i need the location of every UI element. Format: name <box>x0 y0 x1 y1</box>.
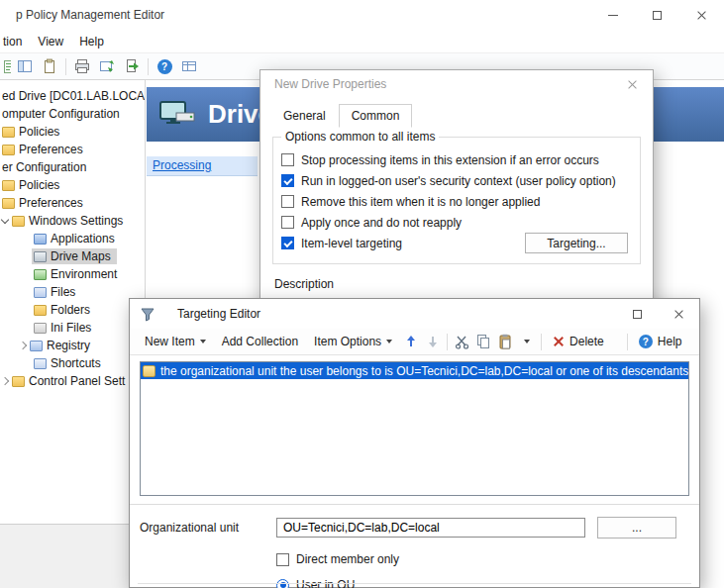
targeting-close-button[interactable] <box>658 299 699 329</box>
checkbox-item-level-targeting[interactable] <box>281 237 294 249</box>
add-collection-button[interactable]: Add Collection <box>215 332 305 351</box>
checkbox-run-in-user-context[interactable] <box>281 174 294 187</box>
direct-member-checkbox[interactable] <box>276 553 289 566</box>
sidebar-item-ini-files[interactable]: Ini Files <box>0 319 145 337</box>
toolbar-separator <box>541 334 542 350</box>
sidebar-horizontal-scrollbar[interactable] <box>0 524 145 588</box>
arrow-up-icon <box>405 336 417 347</box>
option-label: Run in logged-on user's security context… <box>301 174 616 188</box>
tree-item-label: Files <box>51 285 75 299</box>
targeting-window-controls <box>616 299 699 329</box>
sidebar-item-policies-computer[interactable]: Policies <box>0 123 145 141</box>
tree-item-label: Folders <box>51 303 90 317</box>
menu-help[interactable]: Help <box>71 32 112 51</box>
tree-item-label: Policies <box>19 125 59 139</box>
copy-button[interactable] <box>473 332 493 351</box>
new-item-label: New Item <box>145 335 195 348</box>
menu-view[interactable]: View <box>30 32 71 51</box>
targeting-item-text: the organizational unit the user belongs… <box>160 364 688 378</box>
maximize-button[interactable] <box>635 0 679 30</box>
sidebar-item-registry[interactable]: Registry <box>0 337 145 354</box>
minimize-button[interactable] <box>590 0 635 30</box>
sidebar-item-user-configuration[interactable]: er Configuration <box>0 158 145 176</box>
table-view-icon[interactable] <box>178 55 200 77</box>
files-icon <box>34 287 47 298</box>
chevron-down-icon <box>524 340 530 343</box>
console-tree-toggle-icon[interactable] <box>14 55 36 77</box>
checkbox-remove-when-not-applied[interactable] <box>281 195 294 208</box>
sidebar-item-windows-settings[interactable]: Windows Settings <box>0 212 145 230</box>
browse-button[interactable]: ... <box>597 517 676 539</box>
drive-dialog-titlebar[interactable]: New Drive Properties <box>260 70 653 98</box>
folders-icon <box>34 305 47 316</box>
menu-bar: tion View Help <box>0 30 724 52</box>
sidebar-item-applications[interactable]: Applications <box>0 230 145 247</box>
checkbox-stop-processing[interactable] <box>281 153 294 166</box>
sidebar-item-preferences-user[interactable]: Preferences <box>0 194 145 212</box>
sidebar-item-folders[interactable]: Folders <box>0 301 145 319</box>
folder-icon <box>2 180 15 191</box>
folder-icon <box>2 198 15 209</box>
sidebar-item-control-panel-settings[interactable]: Control Panel Sett <box>0 372 145 390</box>
help-button[interactable]: ? Help <box>632 332 689 351</box>
export-list-icon[interactable] <box>0 55 11 77</box>
sidebar-item-policies-user[interactable]: Policies <box>0 176 145 194</box>
maximize-icon <box>653 11 662 20</box>
close-icon <box>673 309 684 320</box>
chevron-down-icon <box>386 340 392 343</box>
tab-common[interactable]: Common <box>339 104 413 128</box>
clipboard-icon[interactable] <box>39 55 60 77</box>
targeting-button[interactable]: Targeting... <box>525 233 628 253</box>
tree-item-label: Ini Files <box>51 321 91 335</box>
main-window-titlebar[interactable]: p Policy Management Editor <box>0 0 724 30</box>
sidebar-item-files[interactable]: Files <box>0 283 145 301</box>
move-down-button[interactable] <box>423 332 443 351</box>
minimize-icon <box>608 15 618 16</box>
folder-icon <box>12 376 25 387</box>
targeting-item-properties-panel: Organizational unit ... Direct member on… <box>130 504 699 588</box>
tree-item-label: Applications <box>51 232 115 245</box>
folder-icon <box>2 127 15 138</box>
paste-options-button[interactable] <box>517 332 537 351</box>
delete-button[interactable]: Delete <box>546 332 611 351</box>
targeting-toolbar: New Item Add Collection Item Options <box>130 329 699 355</box>
cut-button[interactable] <box>452 332 471 351</box>
tree-item-label: Preferences <box>19 196 83 210</box>
sidebar-item-drive-maps[interactable]: Drive Maps <box>0 247 145 265</box>
organizational-unit-item-icon <box>143 365 155 377</box>
targeting-items-list[interactable]: the organizational unit the user belongs… <box>140 361 689 496</box>
help-icon[interactable]: ? <box>154 55 175 77</box>
help-badge: ? <box>157 59 172 74</box>
refresh-icon[interactable] <box>96 55 118 77</box>
sidebar-item-mapped-drive[interactable]: ed Drive [DC01.LAB.LOCA <box>0 87 145 105</box>
chevron-right-icon[interactable] <box>19 342 27 349</box>
item-options-button[interactable]: Item Options <box>307 332 399 351</box>
chevron-right-icon[interactable] <box>1 377 9 385</box>
add-collection-label: Add Collection <box>222 335 298 348</box>
printer-icon[interactable] <box>71 55 93 77</box>
processing-link[interactable]: Processing <box>147 156 258 176</box>
paste-button[interactable] <box>495 332 515 351</box>
sidebar-item-computer-configuration[interactable]: omputer Configuration <box>0 105 145 123</box>
menu-action[interactable]: tion <box>0 32 30 51</box>
tree-item-label: Preferences <box>19 143 83 156</box>
drive-maps-banner-icon <box>158 101 196 129</box>
organizational-unit-row: Organizational unit ... <box>140 517 689 539</box>
close-button[interactable] <box>679 0 724 30</box>
chevron-down-icon[interactable] <box>1 216 9 224</box>
sidebar-item-preferences-computer[interactable]: Preferences <box>0 141 145 158</box>
sidebar-item-environment[interactable]: Environment <box>0 265 145 283</box>
new-item-button[interactable]: New Item <box>138 332 213 351</box>
move-up-button[interactable] <box>401 332 421 351</box>
sidebar-item-shortcuts[interactable]: Shortcuts <box>0 354 145 372</box>
tree-item-label: Windows Settings <box>29 214 123 228</box>
funnel-icon <box>140 307 155 322</box>
targeting-dialog-titlebar[interactable]: Targeting Editor <box>130 299 699 329</box>
tab-general[interactable]: General <box>270 104 339 128</box>
export-report-icon[interactable] <box>121 55 143 77</box>
drive-dialog-close-button[interactable] <box>611 70 653 98</box>
organizational-unit-input[interactable] <box>276 518 585 538</box>
checkbox-apply-once[interactable] <box>281 216 294 229</box>
targeting-list-item[interactable]: the organizational unit the user belongs… <box>141 362 688 379</box>
targeting-maximize-button[interactable] <box>616 299 658 329</box>
